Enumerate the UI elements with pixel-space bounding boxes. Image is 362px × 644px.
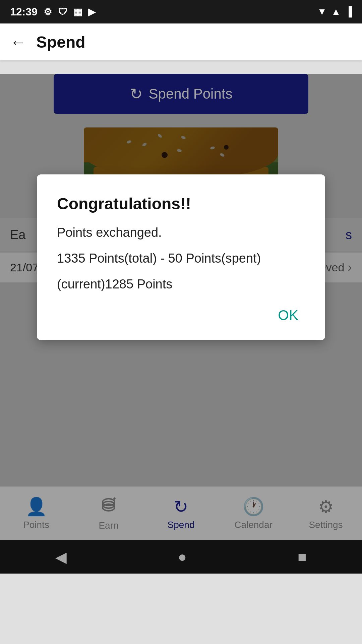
dialog-line1: Points exchanged. <box>57 223 305 242</box>
status-bar: 12:39 ⚙ 🛡 ▦ ▶ ▼ ▲ ▐ <box>0 0 362 23</box>
congratulations-dialog: Congratulations!! Points exchanged. 1335… <box>37 174 325 340</box>
dialog-body: Points exchanged. 1335 Points(total) - 5… <box>57 223 305 294</box>
signal-icon: ▲ <box>331 6 341 17</box>
dialog-overlay: Congratulations!! Points exchanged. 1335… <box>0 74 362 574</box>
play-icon: ▶ <box>88 6 96 17</box>
shield-icon: 🛡 <box>58 6 67 17</box>
dialog-line3: (current)1285 Points <box>57 275 305 294</box>
status-time: 12:39 <box>10 6 38 18</box>
settings-icon: ⚙ <box>44 6 52 17</box>
dialog-actions: OK <box>57 304 305 327</box>
back-button[interactable]: ← <box>10 33 26 51</box>
dialog-line2: 1335 Points(total) - 50 Points(spent) <box>57 249 305 268</box>
dialog-title: Congratulations!! <box>57 195 305 213</box>
sim-icon: ▦ <box>73 6 82 17</box>
status-right: ▼ ▲ ▐ <box>317 6 352 17</box>
dialog-ok-button[interactable]: OK <box>271 304 305 327</box>
app-bar: ← Spend <box>0 23 362 60</box>
wifi-icon: ▼ <box>317 6 327 17</box>
status-left: 12:39 ⚙ 🛡 ▦ ▶ <box>10 6 96 18</box>
main-content: ↻ Spend Points Ea s 2 <box>0 74 362 574</box>
battery-icon: ▐ <box>345 6 352 17</box>
page-title: Spend <box>36 33 85 51</box>
